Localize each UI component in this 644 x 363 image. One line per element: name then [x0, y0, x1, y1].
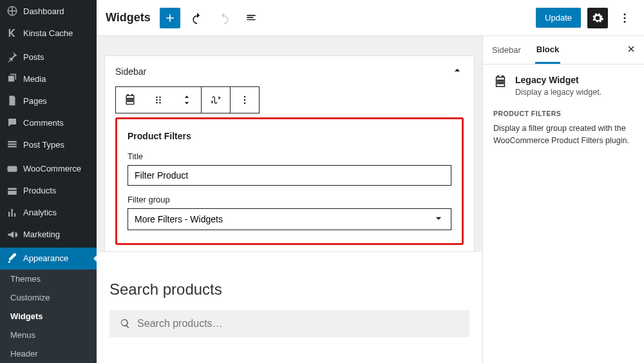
close-icon [626, 44, 636, 54]
svg-point-2 [624, 17, 626, 19]
nav-label: Kinsta Cache [23, 28, 73, 38]
subnav-widgets[interactable]: Widgets [0, 307, 97, 326]
nav-kinsta-cache[interactable]: Kinsta Cache [0, 22, 97, 44]
kebab-icon [238, 93, 251, 106]
block-info: Legacy Widget Display a legacy widget. [493, 75, 634, 97]
nav-label: Comments [23, 118, 64, 128]
calendar-icon [124, 93, 137, 106]
nav-pages[interactable]: Pages [0, 90, 97, 112]
widget-area-panel: Sidebar [104, 55, 475, 252]
nav-label: Posts [23, 52, 44, 62]
editor-topbar: Widgets Update [97, 0, 644, 36]
add-block-button[interactable] [160, 8, 180, 28]
tab-sidebar[interactable]: Sidebar [491, 37, 522, 63]
close-settings-button[interactable] [626, 44, 636, 56]
legacy-widget-block[interactable]: Product Filters Title Filter group More … [115, 117, 464, 245]
nav-label: Appearance [23, 253, 68, 263]
title-label: Title [128, 152, 451, 161]
widget-area-title: Sidebar [115, 66, 146, 77]
nav-appearance[interactable]: Appearance [0, 248, 97, 270]
nav-posts[interactable]: Posts [0, 46, 97, 68]
nav-label: Marketing [23, 230, 60, 239]
svg-rect-0 [8, 166, 17, 172]
nav-woocommerce[interactable]: WooCommerce [0, 158, 97, 180]
nav-label: WooCommerce [23, 164, 81, 173]
list-view-button[interactable] [241, 8, 261, 28]
block-title: Legacy Widget [515, 75, 601, 85]
nav-comments[interactable]: Comments [0, 112, 97, 133]
admin-sidebar: Dashboard Kinsta Cache Posts Media Pages… [0, 0, 97, 363]
redo-button[interactable] [214, 8, 234, 28]
kinsta-icon [6, 27, 18, 39]
nav-media[interactable]: Media [0, 68, 97, 90]
block-more-button[interactable] [230, 87, 259, 113]
search-products-block[interactable] [109, 310, 469, 337]
settings-tabs: Sidebar Block [483, 36, 644, 64]
marketing-icon [6, 229, 18, 240]
move-buttons[interactable] [173, 87, 201, 113]
svg-point-4 [156, 97, 158, 99]
subnav-customize[interactable]: Customize [0, 288, 97, 307]
svg-point-6 [156, 99, 158, 101]
nav-label: Analytics [23, 208, 57, 217]
chevron-up-icon [451, 64, 464, 79]
undo-button[interactable] [187, 8, 207, 28]
widget-title-input[interactable] [128, 165, 451, 186]
nav-dashboard[interactable]: Dashboard [0, 0, 97, 22]
nav-analytics[interactable]: Analytics [0, 202, 97, 224]
nav-marketing[interactable]: Marketing [0, 224, 97, 246]
svg-point-10 [244, 96, 246, 98]
subnav-themes[interactable]: Themes [0, 270, 97, 288]
search-products-input[interactable] [137, 318, 459, 329]
update-button[interactable]: Update [536, 8, 581, 28]
calendar-icon [493, 75, 507, 97]
more-options-button[interactable] [614, 8, 635, 28]
pin-icon [6, 51, 18, 63]
nav-label: Post Types [23, 140, 64, 150]
product-filters-description: Display a filter group created with the … [493, 123, 634, 147]
post-types-icon [6, 139, 18, 150]
analytics-icon [6, 207, 18, 219]
undo-icon [191, 12, 204, 25]
drag-handle-button[interactable] [144, 87, 173, 113]
subnav-header[interactable]: Header [0, 344, 97, 363]
svg-point-3 [624, 21, 626, 23]
gear-icon [591, 12, 604, 25]
nav-label: Dashboard [23, 6, 64, 16]
nav-post-types[interactable]: Post Types [0, 133, 97, 155]
pages-icon [6, 95, 18, 106]
svg-point-8 [156, 102, 158, 104]
svg-point-12 [244, 103, 246, 104]
svg-point-7 [159, 99, 161, 101]
tab-block[interactable]: Block [535, 37, 560, 64]
widget-area-header[interactable]: Sidebar [105, 56, 474, 86]
swap-icon [209, 93, 222, 106]
svg-point-1 [624, 13, 626, 15]
page-title: Widgets [106, 11, 151, 25]
editor-canvas: Sidebar [97, 36, 483, 363]
dashboard-icon [6, 5, 18, 17]
nav-label: Media [23, 74, 46, 84]
brush-icon [6, 253, 18, 264]
nav-products[interactable]: Products [0, 180, 97, 202]
block-type-button[interactable] [116, 87, 144, 113]
settings-toggle-button[interactable] [587, 8, 608, 28]
kebab-icon [618, 12, 631, 25]
appearance-submenu: Themes Customize Widgets Menus Header [0, 270, 97, 363]
search-icon [120, 318, 131, 329]
comment-icon [6, 117, 18, 128]
legacy-widget-heading: Product Filters [128, 131, 451, 141]
drag-icon [152, 93, 165, 106]
list-view-icon [245, 12, 258, 25]
main-area: Widgets Update Sidebar [97, 0, 644, 363]
svg-point-5 [159, 97, 161, 99]
products-icon [6, 185, 18, 197]
plus-icon [164, 12, 176, 25]
woo-icon [6, 163, 18, 175]
filter-group-label: Filter group [128, 195, 451, 204]
transform-button[interactable] [201, 87, 230, 113]
product-filters-heading: Product Filters [493, 110, 634, 117]
subnav-menus[interactable]: Menus [0, 326, 97, 344]
svg-point-11 [244, 99, 246, 101]
filter-group-select[interactable]: More Filters - Widgets [128, 208, 451, 230]
